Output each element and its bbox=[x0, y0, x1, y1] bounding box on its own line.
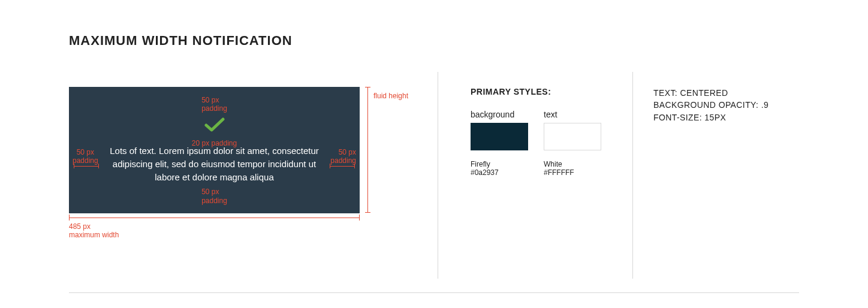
annotation-max-width: 485 px maximum width bbox=[69, 222, 119, 240]
annotation-padding-top: 50 px padding bbox=[201, 96, 227, 113]
swatch-caption-text: White #FFFFFF bbox=[544, 160, 601, 177]
column-divider-2 bbox=[632, 72, 633, 279]
column-divider-1 bbox=[438, 72, 438, 279]
swatch-label-text: text bbox=[544, 110, 601, 119]
swatch-caption-background: Firefly #0a2937 bbox=[471, 160, 528, 177]
style-rules-block: TEXT: CENTERED BACKGROUND OPACITY: .9 FO… bbox=[653, 87, 833, 123]
primary-styles-title: PRIMARY STYLES: bbox=[471, 87, 614, 96]
checkmark-icon bbox=[204, 117, 225, 132]
swatch-hex-background: #0a2937 bbox=[471, 168, 528, 177]
swatch-name-text: White bbox=[544, 160, 562, 168]
annotation-fluid-height: fluid height bbox=[373, 92, 408, 100]
notification-spec: 50 px padding 20 px padding Lots of text… bbox=[69, 87, 429, 213]
section-heading: MAXIMUM WIDTH NOTIFICATION bbox=[69, 33, 293, 49]
annotation-padding-left: 50 px padding bbox=[73, 148, 98, 165]
section-divider bbox=[69, 292, 799, 293]
style-rule-font-size: FONT-SIZE: 15PX bbox=[653, 111, 833, 123]
dimension-height bbox=[367, 87, 368, 213]
swatch-hex-text: #FFFFFF bbox=[544, 168, 601, 177]
style-rule-text-centered: TEXT: CENTERED bbox=[653, 87, 833, 99]
annotation-icon-gap: 20 px padding bbox=[192, 139, 237, 147]
bracket-left bbox=[74, 166, 99, 167]
bracket-right bbox=[330, 166, 355, 167]
annotation-padding-right: 50 px padding bbox=[330, 148, 356, 165]
swatch-col-text: text White #FFFFFF bbox=[544, 110, 601, 177]
swatch-text bbox=[544, 123, 601, 150]
notification-body-text: Lots of text. Lorem ipsum dolor sit amet… bbox=[99, 144, 330, 183]
primary-styles-block: PRIMARY STYLES: background Firefly #0a29… bbox=[471, 87, 614, 177]
notification-card: 50 px padding 20 px padding Lots of text… bbox=[69, 87, 360, 213]
style-rule-background-opacity: BACKGROUND OPACITY: .9 bbox=[653, 99, 833, 111]
swatch-background bbox=[471, 123, 528, 150]
dimension-width bbox=[69, 218, 360, 218]
annotation-padding-bottom: 50 px padding bbox=[201, 188, 227, 205]
swatch-col-background: background Firefly #0a2937 bbox=[471, 110, 528, 177]
swatch-label-background: background bbox=[471, 110, 528, 119]
swatch-name-background: Firefly bbox=[471, 160, 490, 168]
swatch-row: background Firefly #0a2937 text White #F… bbox=[471, 110, 614, 177]
design-spec-page: MAXIMUM WIDTH NOTIFICATION 50 px padding… bbox=[0, 0, 868, 308]
